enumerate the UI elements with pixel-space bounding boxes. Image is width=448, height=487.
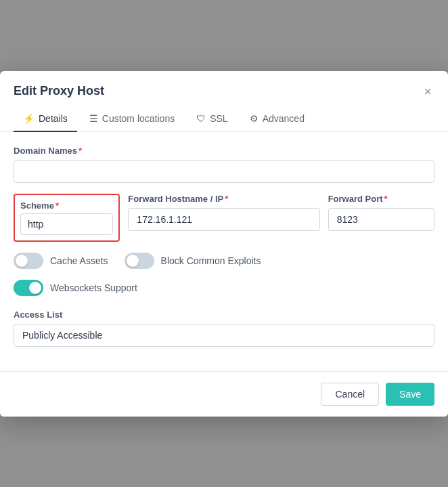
block-exploits-group: Block Common Exploits [125,253,261,269]
modal-footer: Cancel Save [0,371,448,417]
scheme-host-port-row: Scheme* Forward Hostname / IP* Forward P… [14,194,434,242]
edit-proxy-host-modal: Edit Proxy Host × ⚡ Details ☰ Custom loc… [0,71,448,417]
forward-hostname-group: Forward Hostname / IP* [128,194,319,242]
forward-hostname-input[interactable] [128,208,319,231]
modal-title: Edit Proxy Host [14,84,104,98]
tab-advanced[interactable]: ⚙ Advanced [240,106,314,132]
block-exploits-slider [125,253,154,269]
tab-ssl[interactable]: 🛡 SSL [187,106,237,132]
ssl-icon: 🛡 [196,113,206,124]
advanced-icon: ⚙ [250,113,259,124]
websockets-slider [14,280,43,296]
toggles-row: Cache Assets Block Common Exploits [14,253,434,269]
save-button[interactable]: Save [386,383,434,406]
websockets-label: Websockets Support [50,282,137,293]
tab-advanced-label: Advanced [263,113,305,124]
details-icon: ⚡ [23,113,35,124]
forward-port-group: Forward Port* [328,194,434,242]
scheme-group: Scheme* [14,194,120,242]
tab-details[interactable]: ⚡ Details [14,106,77,132]
access-list-group: Access List [14,310,434,347]
tab-custom-locations-label: Custom locations [102,113,175,124]
modal-body: Domain Names* Scheme* Forward Hostn [0,132,448,371]
custom-locations-icon: ☰ [89,113,98,124]
tab-details-label: Details [39,113,68,124]
modal-header: Edit Proxy Host × [0,71,448,101]
domain-names-required: * [79,146,82,156]
access-list-input[interactable] [14,324,434,347]
close-button[interactable]: × [421,82,434,101]
tab-ssl-label: SSL [210,113,227,124]
block-exploits-label: Block Common Exploits [161,255,261,266]
forward-port-label: Forward Port* [328,194,434,204]
domain-names-input[interactable] [14,160,434,183]
block-exploits-toggle[interactable] [125,253,154,269]
forward-hostname-label: Forward Hostname / IP* [128,194,319,204]
websockets-row: Websockets Support [14,280,434,296]
scheme-input[interactable] [20,213,113,235]
cache-assets-toggle[interactable] [14,253,43,269]
cache-assets-label: Cache Assets [50,255,108,266]
cancel-button[interactable]: Cancel [321,383,379,406]
cache-assets-slider [14,253,43,269]
tab-custom-locations[interactable]: ☰ Custom locations [80,106,184,132]
domain-names-group: Domain Names* [14,146,434,183]
scheme-label: Scheme* [20,200,113,211]
websockets-toggle[interactable] [14,280,43,296]
cache-assets-group: Cache Assets [14,253,108,269]
tab-bar: ⚡ Details ☰ Custom locations 🛡 SSL ⚙ Adv… [0,106,448,132]
access-list-label: Access List [14,310,434,320]
scheme-wrapper: Scheme* [14,194,120,242]
domain-names-label: Domain Names* [14,146,434,156]
forward-port-input[interactable] [328,208,434,231]
